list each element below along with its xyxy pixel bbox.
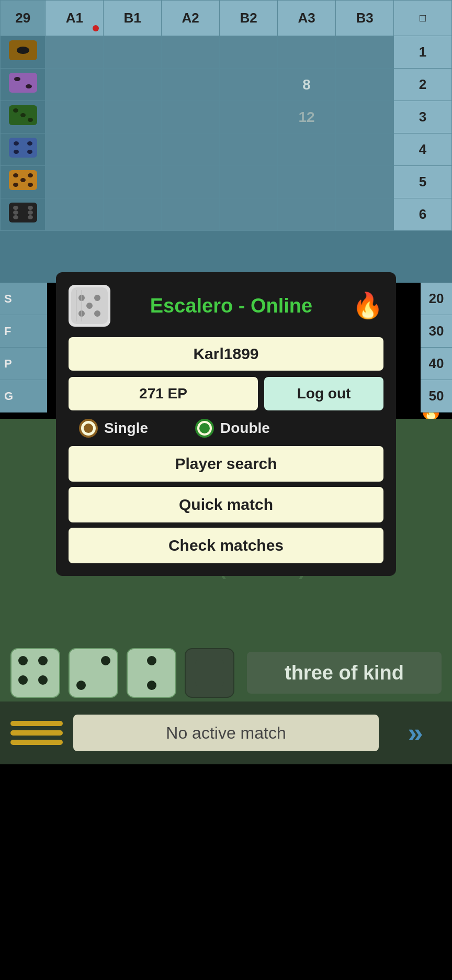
svg-point-21 — [13, 206, 18, 210]
cell-r3-b1 — [46, 101, 104, 133]
die-2[interactable] — [69, 648, 118, 698]
combo-label: three of kind — [247, 652, 442, 694]
ep-logout-row: Log out — [69, 377, 383, 410]
radio-double[interactable]: Double — [195, 419, 270, 438]
svg-point-13 — [27, 150, 32, 154]
svg-point-24 — [28, 210, 33, 215]
svg-point-32 — [94, 310, 100, 317]
right-score-area: 20 30 40 50 — [421, 283, 452, 413]
table-row: 12 3 — [1, 101, 452, 133]
cell-r6-b1 — [46, 198, 104, 231]
cell-r5-a2 — [104, 166, 162, 198]
svg-point-23 — [13, 210, 18, 215]
radio-single[interactable]: Single — [79, 419, 148, 438]
svg-point-22 — [28, 206, 33, 210]
svg-point-19 — [28, 183, 33, 187]
pip — [38, 675, 48, 685]
quick-match-button[interactable]: Quick match — [69, 487, 383, 522]
svg-point-16 — [28, 173, 33, 177]
radio-double-dot — [199, 423, 210, 433]
modal-header: Escalero - Online 🔥 — [69, 285, 383, 327]
cell-r4-b3 — [278, 133, 336, 166]
score-table: 29 A1 B1 A2 B2 A3 B3 □ — [0, 0, 452, 231]
score-val-40: 40 — [421, 348, 452, 380]
radio-row: Single Double — [69, 419, 383, 438]
player-search-button[interactable]: Player search — [69, 446, 383, 482]
svg-rect-2 — [9, 73, 37, 93]
cell-r2-a2 — [104, 69, 162, 101]
radio-double-circle — [195, 419, 214, 438]
die-dark-group[interactable] — [185, 648, 234, 698]
svg-point-15 — [13, 173, 18, 177]
dice-cell-row2 — [1, 69, 46, 101]
cell-r5-b1 — [46, 166, 104, 198]
dice-logo-svg — [71, 287, 108, 324]
logout-button[interactable]: Log out — [264, 377, 383, 410]
svg-rect-9 — [9, 138, 37, 158]
svg-point-10 — [14, 141, 19, 146]
cell-r5-a3 — [220, 166, 278, 198]
header-a1: A1 — [46, 1, 104, 36]
score-table-area: 29 A1 B1 A2 B2 A3 B3 □ — [0, 0, 452, 283]
header-sq: □ — [394, 1, 452, 36]
no-active-match-button[interactable]: No active match — [73, 715, 379, 751]
cell-r1-b1 — [46, 36, 104, 69]
row-num-4: 4 — [394, 133, 452, 166]
cell-r2-a3-val: 8 — [278, 69, 336, 101]
left-score-area: S F P G — [0, 283, 47, 413]
score-val-50: 50 — [421, 380, 452, 413]
check-matches-button[interactable]: Check matches — [69, 528, 383, 563]
cell-r3-empty — [336, 101, 394, 133]
hamburger-line-3 — [10, 740, 63, 745]
row-num-1: 1 — [394, 36, 452, 69]
red-dot-indicator — [93, 25, 99, 31]
svg-point-8 — [28, 118, 33, 122]
pip — [147, 681, 156, 690]
hamburger-line-1 — [10, 721, 63, 726]
die-3-face — [134, 656, 168, 690]
dice-cell-row6 — [1, 198, 46, 231]
svg-point-3 — [14, 77, 20, 81]
svg-point-33 — [86, 303, 93, 309]
svg-point-11 — [27, 141, 32, 146]
dice-cell-row4 — [1, 133, 46, 166]
pip — [76, 681, 86, 690]
pip — [18, 675, 28, 685]
svg-point-12 — [14, 150, 19, 154]
cell-r4-empty — [336, 133, 394, 166]
die-2-face — [76, 656, 110, 690]
svg-point-7 — [20, 113, 26, 117]
dice-cell-row5 — [1, 166, 46, 198]
score-label-s: S — [0, 283, 47, 315]
table-row: 5 — [1, 166, 452, 198]
dice-cell-row1 — [1, 36, 46, 69]
cell-r2-a3 — [220, 69, 278, 101]
score-label-g: G — [0, 380, 47, 413]
username-field[interactable] — [69, 337, 383, 371]
cell-r1-b2 — [162, 36, 220, 69]
row-num-3: 3 — [394, 101, 452, 133]
svg-point-1 — [17, 47, 29, 54]
cell-r1-a3 — [220, 36, 278, 69]
svg-point-25 — [13, 215, 18, 219]
svg-point-30 — [94, 295, 100, 301]
die-1[interactable] — [10, 648, 60, 698]
header-b3: B3 — [336, 1, 394, 36]
firebase-modal-icon: 🔥 — [352, 291, 383, 320]
cell-r5-empty — [336, 166, 394, 198]
score-label-p: P — [0, 348, 47, 380]
hamburger-menu-icon[interactable] — [10, 721, 63, 745]
pip — [38, 656, 48, 665]
app-logo — [69, 285, 110, 327]
svg-point-17 — [20, 178, 26, 182]
radio-single-circle — [79, 419, 98, 438]
dice-row: three of kind — [0, 644, 452, 701]
svg-point-4 — [26, 84, 32, 88]
cell-r1-b3 — [278, 36, 336, 69]
cell-r5-b2 — [162, 166, 220, 198]
cell-r1-a2 — [104, 36, 162, 69]
die-3[interactable] — [127, 648, 176, 698]
pip — [147, 656, 156, 665]
forward-button[interactable]: » — [389, 715, 442, 751]
svg-point-26 — [28, 215, 33, 219]
